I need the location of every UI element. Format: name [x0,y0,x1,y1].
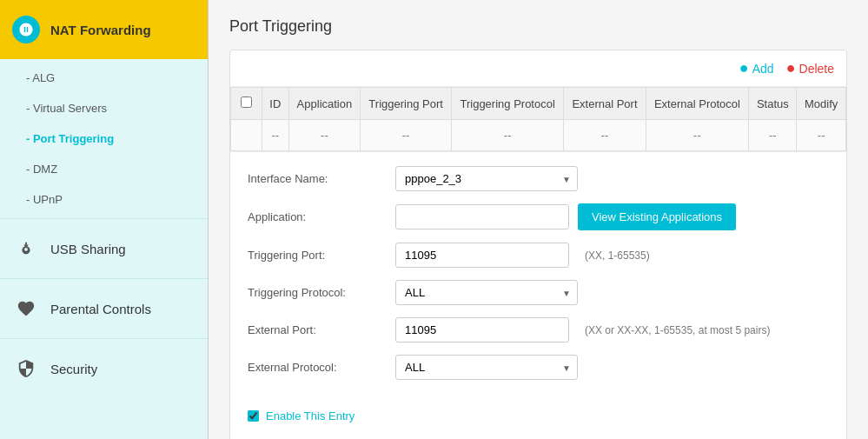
row-checkbox-cell [231,120,262,151]
form-buttons: Cancel OK [230,435,846,439]
add-label: Add [752,62,774,76]
sidebar-item-usb-sharing-label: USB Sharing [50,242,126,256]
sidebar-item-usb-sharing[interactable]: USB Sharing [0,218,208,278]
add-icon: ● [739,59,749,77]
triggering-protocol-input-wrap: ALL [395,280,829,305]
sidebar-sub-menu: - ALG - Virtual Servers - Port Triggerin… [0,59,208,218]
triggering-protocol-select[interactable]: ALL [395,280,578,305]
row-application: -- [288,120,360,151]
triggering-port-input[interactable] [395,243,569,268]
row-external-protocol: -- [646,120,749,151]
interface-name-select-wrap: pppoe_2_3 [395,166,578,191]
col-id: ID [262,88,289,120]
external-protocol-row: External Protocol: ALL [248,355,829,380]
row-triggering-protocol: -- [452,120,564,151]
sidebar: NAT Forwarding - ALG - Virtual Servers -… [0,0,209,439]
col-modify: Modify [797,88,846,120]
row-modify: -- [797,120,846,151]
sidebar-item-nat-label: NAT Forwarding [50,23,151,37]
page-title: Port Triggering [229,17,847,36]
row-status: -- [749,120,797,151]
card-toolbar: ● Add ● Delete [230,50,846,87]
col-checkbox [231,88,262,120]
row-external-port: -- [564,120,646,151]
view-existing-apps-button[interactable]: View Existing Applications [578,203,736,230]
sidebar-item-virtual-servers[interactable]: - Virtual Servers [0,93,208,123]
col-triggering-port: Triggering Port [361,88,452,120]
sidebar-item-parental-controls[interactable]: Parental Controls [0,278,208,338]
usb-icon [12,235,40,263]
delete-button[interactable]: ● Delete [786,59,834,77]
row-triggering-port: -- [361,120,452,151]
col-external-port: External Port [564,88,646,120]
select-all-checkbox[interactable] [241,96,252,108]
triggering-port-label: Triggering Port: [248,249,395,262]
col-application: Application [288,88,360,120]
interface-name-select[interactable]: pppoe_2_3 [395,166,578,191]
enable-entry-row: Enable This Entry [230,406,846,435]
sidebar-item-parental-controls-label: Parental Controls [50,302,151,316]
sidebar-item-dmz[interactable]: - DMZ [0,154,208,184]
nat-icon [12,16,40,43]
security-icon [12,355,40,382]
col-external-protocol: External Protocol [646,88,749,120]
interface-name-row: Interface Name: pppoe_2_3 [248,166,829,191]
table-row: -- -- -- -- -- -- -- -- [231,120,846,151]
entries-table: ID Application Triggering Port Triggerin… [230,87,846,151]
application-input-wrap: View Existing Applications [395,203,829,230]
parental-icon [12,295,40,323]
external-protocol-select-wrap: ALL [395,355,578,380]
triggering-protocol-label: Triggering Protocol: [248,286,395,299]
delete-icon: ● [786,59,796,77]
sidebar-item-security[interactable]: Security [0,338,208,398]
triggering-port-hint: (XX, 1-65535) [585,249,650,262]
external-port-row: External Port: (XX or XX-XX, 1-65535, at… [248,317,829,343]
sidebar-item-alg[interactable]: - ALG [0,63,208,93]
sidebar-item-nat-forwarding[interactable]: NAT Forwarding [0,0,208,59]
row-id: -- [262,120,289,151]
external-protocol-label: External Protocol: [248,361,395,374]
triggering-port-row: Triggering Port: (XX, 1-65535) [248,243,829,268]
delete-label: Delete [799,62,834,76]
enable-entry-label[interactable]: Enable This Entry [266,409,354,422]
enable-entry-checkbox[interactable] [248,410,259,422]
col-triggering-protocol: Triggering Protocol [452,88,564,120]
triggering-protocol-select-wrap: ALL [395,280,578,305]
interface-name-label: Interface Name: [248,172,395,185]
interface-name-input-wrap: pppoe_2_3 [395,166,829,191]
external-port-hint: (XX or XX-XX, 1-65535, at most 5 pairs) [585,324,770,336]
main-content: Port Triggering ● Add ● Delete ID Applic… [209,0,868,439]
external-port-label: External Port: [248,323,395,336]
add-button[interactable]: ● Add [739,59,774,77]
external-protocol-select[interactable]: ALL [395,355,578,380]
application-row: Application: View Existing Applications [248,203,829,230]
col-status: Status [749,88,797,120]
port-triggering-card: ● Add ● Delete ID Application Triggering… [229,50,847,439]
sidebar-item-security-label: Security [50,362,97,376]
sidebar-item-port-triggering[interactable]: - Port Triggering [0,123,208,154]
external-protocol-input-wrap: ALL [395,355,829,380]
form-area: Interface Name: pppoe_2_3 Application: V… [230,151,846,406]
external-port-input-wrap: (XX or XX-XX, 1-65535, at most 5 pairs) [395,317,829,343]
application-input[interactable] [395,204,569,229]
application-label: Application: [248,210,395,223]
sidebar-item-upnp[interactable]: - UPnP [0,184,208,215]
external-port-input[interactable] [395,317,569,343]
triggering-protocol-row: Triggering Protocol: ALL [248,280,829,305]
triggering-port-input-wrap: (XX, 1-65535) [395,243,829,268]
